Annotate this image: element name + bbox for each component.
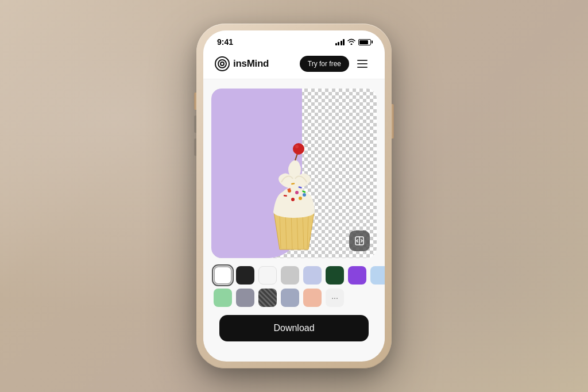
svg-point-18 — [288, 189, 291, 193]
svg-point-17 — [295, 191, 299, 194]
signal-icon — [335, 39, 345, 45]
main-content: ··· Download — [203, 79, 385, 341]
svg-point-11 — [295, 145, 299, 148]
swatch-light-blue[interactable] — [370, 266, 385, 285]
download-button[interactable]: Download — [219, 315, 369, 341]
swatch-periwinkle[interactable] — [303, 266, 322, 285]
svg-point-1 — [218, 60, 226, 68]
swatch-mint-green[interactable] — [214, 289, 232, 307]
wifi-icon — [347, 38, 355, 47]
svg-point-20 — [291, 198, 295, 201]
nav-bar: insMind Try for free — [203, 50, 385, 79]
nav-right: Try for free — [300, 55, 373, 73]
swatch-peach[interactable] — [303, 289, 322, 307]
image-card — [211, 89, 377, 258]
swatch-medium-gray[interactable] — [236, 289, 254, 307]
battery-fill — [359, 40, 368, 44]
swatch-white-outline[interactable] — [214, 266, 232, 285]
swatch-white[interactable] — [258, 266, 277, 285]
phone-screen: 9:41 — [203, 30, 385, 362]
svg-point-2 — [220, 62, 224, 66]
svg-point-0 — [215, 57, 229, 71]
battery-icon — [358, 39, 371, 45]
status-time: 9:41 — [217, 37, 233, 47]
swatch-black[interactable] — [236, 266, 254, 285]
more-colors-icon: ··· — [331, 293, 338, 302]
swatch-slate-blue[interactable] — [281, 289, 299, 307]
swatch-dark-pattern[interactable] — [258, 289, 277, 307]
phone-outer: 9:41 — [196, 24, 392, 368]
svg-point-19 — [303, 193, 306, 197]
try-for-free-button[interactable]: Try for free — [300, 56, 349, 72]
logo-icon — [215, 56, 230, 71]
compare-icon — [354, 236, 365, 246]
phone-wrapper: 9:41 — [196, 24, 392, 368]
color-palette: ··· — [211, 258, 377, 313]
svg-point-10 — [293, 143, 304, 155]
hamburger-menu-button[interactable] — [355, 55, 373, 73]
hamburger-line-3 — [357, 67, 368, 68]
hamburger-line-1 — [357, 60, 368, 61]
cupcake-image — [248, 137, 340, 252]
compare-button[interactable] — [349, 230, 370, 251]
more-colors-button[interactable]: ··· — [326, 289, 344, 307]
logo-text: insMind — [233, 58, 269, 70]
swatch-dark-green[interactable] — [326, 266, 344, 285]
status-bar: 9:41 — [203, 30, 385, 50]
svg-point-21 — [299, 197, 302, 200]
logo-area: insMind — [215, 56, 269, 71]
swatch-purple[interactable] — [348, 266, 366, 285]
hamburger-line-2 — [357, 63, 368, 64]
swatch-light-gray[interactable] — [281, 266, 299, 285]
svg-rect-16 — [284, 195, 287, 197]
status-icons — [335, 38, 372, 47]
